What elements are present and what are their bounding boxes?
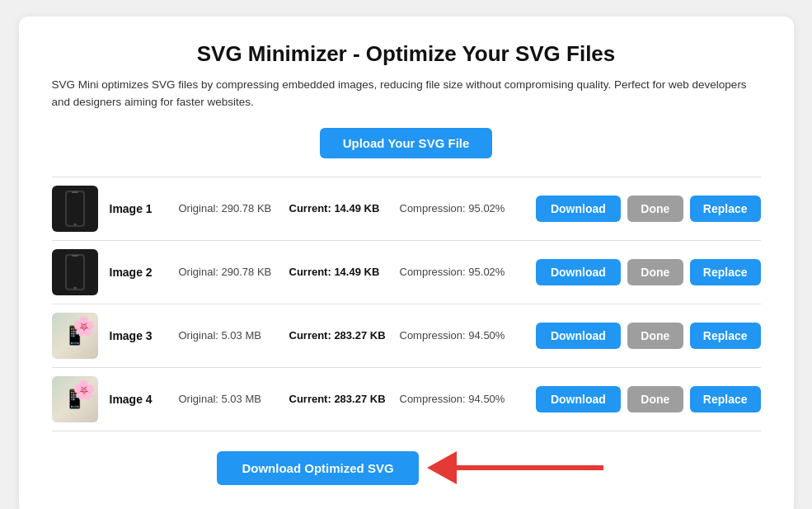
current-size: Current: 283.27 KB: [289, 393, 388, 405]
replace-button[interactable]: Replace: [690, 386, 761, 412]
image-row: Image 4 Original: 5.03 MB Current: 283.2…: [52, 368, 761, 431]
svg-rect-1: [67, 192, 83, 225]
svg-rect-5: [67, 256, 83, 289]
replace-button[interactable]: Replace: [690, 259, 761, 285]
original-size: Original: 290.78 KB: [179, 266, 278, 278]
arrow-line: [455, 465, 603, 470]
page-title: SVG Minimizer - Optimize Your SVG Files: [52, 41, 761, 67]
action-buttons: Download Done Replace: [536, 323, 761, 349]
image-row: Image 1 Original: 290.78 KB Current: 14.…: [52, 177, 761, 241]
action-buttons: Download Done Replace: [536, 196, 761, 222]
main-card: SVG Minimizer - Optimize Your SVG Files …: [19, 16, 794, 509]
download-button[interactable]: Download: [536, 259, 621, 285]
svg-rect-2: [72, 191, 78, 193]
original-size: Original: 290.78 KB: [179, 202, 278, 214]
image-row: Image 2 Original: 290.78 KB Current: 14.…: [52, 241, 761, 304]
thumbnail: [52, 313, 98, 359]
compression-rate: Compression: 95.02%: [400, 266, 519, 278]
compression-rate: Compression: 94.50%: [400, 393, 519, 405]
image-name: Image 2: [110, 266, 167, 279]
upload-row: Upload Your SVG File: [52, 128, 761, 158]
action-buttons: Download Done Replace: [536, 259, 761, 285]
done-button[interactable]: Done: [627, 196, 683, 222]
image-name: Image 1: [110, 202, 167, 215]
svg-point-3: [73, 223, 76, 225]
arrow-indicator: [427, 451, 603, 484]
thumbnail: [52, 186, 98, 232]
download-button[interactable]: Download: [536, 323, 621, 349]
action-buttons: Download Done Replace: [536, 386, 761, 412]
svg-point-7: [73, 286, 76, 289]
compression-rate: Compression: 94.50%: [400, 329, 519, 342]
thumbnail: [52, 249, 98, 295]
current-size: Current: 14.49 KB: [289, 266, 388, 278]
image-row: Image 3 Original: 5.03 MB Current: 283.2…: [52, 304, 761, 368]
thumbnail: [52, 376, 98, 422]
done-button[interactable]: Done: [627, 386, 683, 412]
image-list: Image 1 Original: 290.78 KB Current: 14.…: [52, 177, 761, 431]
done-button[interactable]: Done: [627, 323, 683, 349]
compression-rate: Compression: 95.02%: [400, 202, 519, 214]
replace-button[interactable]: Replace: [690, 196, 761, 222]
replace-button[interactable]: Replace: [690, 323, 761, 349]
current-size: Current: 14.49 KB: [289, 202, 388, 214]
original-size: Original: 5.03 MB: [179, 329, 278, 342]
download-button[interactable]: Download: [536, 386, 621, 412]
bottom-row: Download Optimized SVG: [52, 451, 761, 485]
page-description: SVG Mini optimizes SVG files by compress…: [52, 77, 761, 111]
done-button[interactable]: Done: [627, 259, 683, 285]
arrow-head: [427, 451, 457, 484]
download-optimized-svg-button[interactable]: Download Optimized SVG: [217, 451, 418, 485]
upload-button[interactable]: Upload Your SVG File: [320, 128, 493, 158]
image-name: Image 4: [110, 393, 167, 406]
svg-rect-6: [72, 255, 78, 257]
current-size: Current: 283.27 KB: [289, 329, 388, 342]
original-size: Original: 5.03 MB: [179, 393, 278, 405]
download-button[interactable]: Download: [536, 196, 621, 222]
image-name: Image 3: [110, 329, 167, 342]
